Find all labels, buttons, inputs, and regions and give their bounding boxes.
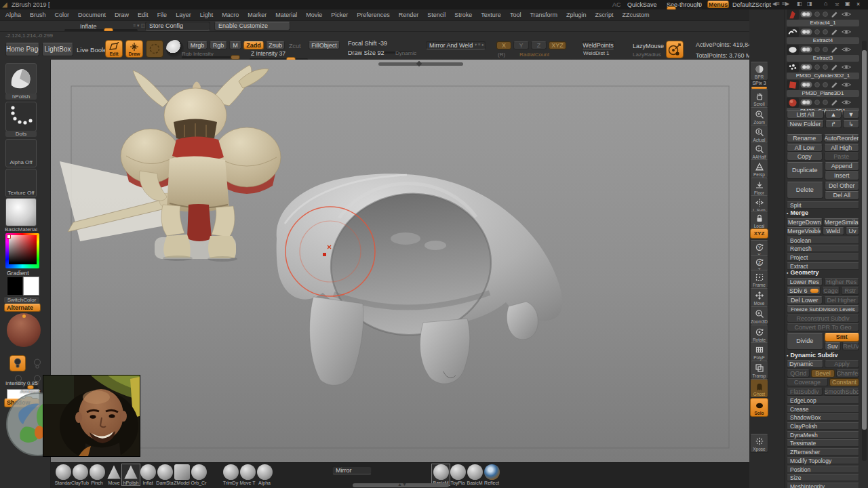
menu-item-light[interactable]: Light xyxy=(200,12,214,18)
shelf-aahalf-button[interactable]: AAHalf xyxy=(750,142,768,161)
geometry-section-position[interactable]: Position xyxy=(787,466,859,473)
mirror-x-button[interactable]: X xyxy=(496,41,511,49)
toggle-circle-icon[interactable] xyxy=(822,98,829,106)
brush-move[interactable]: Move xyxy=(105,464,123,485)
merge-similar-button[interactable]: MergeSimilar xyxy=(824,218,860,226)
subtool-item[interactable]: PM3D_Plane3D1 xyxy=(787,90,859,97)
shelf-rotate-button[interactable]: Rotate xyxy=(750,325,768,344)
del-all-button[interactable]: Del All xyxy=(825,191,860,200)
toggle-circle-icon[interactable] xyxy=(822,45,829,54)
mirror-y-button[interactable]: Y xyxy=(513,41,529,49)
polypaint-pen-icon[interactable] xyxy=(830,80,840,89)
alternate-button[interactable]: Alternate xyxy=(4,304,41,312)
delete-button[interactable]: Delete xyxy=(787,182,823,199)
geometry-section-crease[interactable]: Crease xyxy=(787,405,859,413)
secondary-color-swatch[interactable] xyxy=(23,277,39,296)
lightbox-button[interactable]: LightBox xyxy=(42,43,73,56)
geometry-section-tessimate[interactable]: Tessimate xyxy=(787,439,859,447)
material-toypla[interactable]: ToyPla xyxy=(449,464,467,485)
constant-button[interactable]: Constant xyxy=(829,378,859,386)
subtool-down-button[interactable]: ▼ xyxy=(843,110,859,119)
visibility-pill-icon[interactable] xyxy=(800,45,812,54)
menu-item-brush[interactable]: Brush xyxy=(30,12,46,18)
higher-res-button[interactable]: Higher Res xyxy=(824,278,860,286)
shelf-frame-button[interactable]: Frame xyxy=(750,270,768,289)
insert-button[interactable]: Insert xyxy=(825,171,860,180)
geometry-section-meshintegrity[interactable]: MeshIntegrity xyxy=(787,483,859,488)
material-basicm[interactable]: BasicM xyxy=(466,464,484,485)
polypaint-pen-icon[interactable] xyxy=(830,45,840,54)
brush-hpolish[interactable]: hPolish xyxy=(122,464,140,485)
eye-icon[interactable] xyxy=(841,28,852,36)
del-lower-button[interactable]: Del Lower xyxy=(787,296,823,304)
shelf-local-button[interactable]: Local xyxy=(750,211,768,230)
eye-icon[interactable] xyxy=(841,98,852,106)
shelf-persp-button[interactable]: Persp xyxy=(750,159,768,178)
config-glyph-icons[interactable]: ≡ ▾ ◫ xyxy=(133,23,145,28)
bottom-scrollbar[interactable]: ▲▼ xyxy=(353,483,449,487)
visibility-pill-icon[interactable] xyxy=(800,98,812,106)
menu-item-file[interactable]: File xyxy=(157,12,167,18)
subtool-thumbnail[interactable] xyxy=(787,62,799,73)
menu-item-material[interactable]: Material xyxy=(275,12,297,18)
mrgb-button[interactable]: Mrgb xyxy=(187,41,208,49)
brush-alpha[interactable]: Alpha xyxy=(256,464,273,485)
brush-pinch[interactable]: Pinch xyxy=(88,464,106,485)
shelf-polyf-button[interactable]: PolyF xyxy=(750,342,768,361)
mirror-weld-glyph-icons[interactable]: ▾ ≡ ▸ xyxy=(475,42,484,47)
light-bulb-icon[interactable] xyxy=(9,355,26,371)
panel-scrollbar[interactable] xyxy=(862,41,867,461)
toggle-circle-icon[interactable] xyxy=(814,10,821,18)
menu-item-render[interactable]: Render xyxy=(399,12,419,18)
spix-slider[interactable]: SPix 3 xyxy=(750,79,768,89)
rgb-intensity-slider[interactable] xyxy=(182,56,240,58)
menu-item-draw[interactable]: Draw xyxy=(115,12,129,18)
merge-visible-button[interactable]: MergeVisible xyxy=(787,227,821,235)
move-to-folder-icon[interactable]: ↱ xyxy=(825,120,842,128)
menu-item-transform[interactable]: Transform xyxy=(530,12,557,18)
rgb-button[interactable]: Rgb xyxy=(210,41,227,49)
subtool-thumbnail[interactable] xyxy=(787,45,799,55)
rename-button[interactable]: Rename xyxy=(787,134,823,142)
current-material-thumbnail[interactable] xyxy=(5,198,37,226)
current-brush-thumbnail[interactable] xyxy=(5,63,37,94)
brush-orb-cr[interactable]: Orb_Cr xyxy=(190,464,208,485)
apply-button[interactable]: Apply xyxy=(825,360,859,368)
material-basicm[interactable]: BasicM xyxy=(432,464,450,485)
new-folder-button[interactable]: New Folder xyxy=(787,120,824,128)
copy-button[interactable]: Copy xyxy=(787,152,823,161)
brush-move-t[interactable]: Move T xyxy=(239,464,256,485)
quicksave-button[interactable]: QuickSave xyxy=(627,1,657,8)
convert-bpr-button[interactable]: Convert BPR To Geo xyxy=(787,323,859,331)
menu-item-document[interactable]: Document xyxy=(78,12,106,18)
menus-toggle-button[interactable]: Menus xyxy=(707,1,729,8)
list-all-button[interactable]: List All xyxy=(787,110,824,119)
menu-item-marker[interactable]: Marker xyxy=(248,12,267,18)
subtool-thumbnail[interactable] xyxy=(787,80,799,90)
subtool-up-button[interactable]: ▲ xyxy=(825,110,842,119)
menu-item-alpha[interactable]: Alpha xyxy=(5,12,21,18)
menu-item-stencil[interactable]: Stencil xyxy=(427,12,446,18)
subtool-item[interactable]: Extract3 xyxy=(787,55,859,62)
all-low-button[interactable]: All Low xyxy=(787,144,823,152)
paste-button[interactable]: Paste xyxy=(824,152,860,161)
document-canvas[interactable] xyxy=(51,60,749,462)
minimize-icon[interactable]: ≍ xyxy=(835,1,840,7)
menu-item-layer[interactable]: Layer xyxy=(176,12,191,18)
color-picker[interactable] xyxy=(5,233,39,268)
menu-item-color[interactable]: Color xyxy=(55,12,70,18)
subtool-item[interactable]: Extract4_1 xyxy=(787,20,859,26)
reconstruct-subdiv-button[interactable]: Reconstruct Subdiv xyxy=(787,314,859,323)
smt-button[interactable]: Smt xyxy=(825,333,860,342)
menu-item-zzcustom[interactable]: ZZcustom xyxy=(623,12,650,18)
zadd-button[interactable]: Zadd xyxy=(243,41,264,49)
subtool-thumbnail[interactable] xyxy=(787,9,799,20)
main-color-swatch[interactable] xyxy=(7,277,23,296)
weld-button[interactable]: Weld xyxy=(823,227,844,235)
eye-icon[interactable] xyxy=(841,63,852,71)
sculptris-pro-button[interactable] xyxy=(146,40,163,58)
mirror-button[interactable]: Mirror xyxy=(332,466,372,474)
shelf-bpr-button[interactable]: BPR xyxy=(750,62,768,81)
shelf-move-button[interactable]: Move xyxy=(750,288,768,307)
shelf-xyz-button[interactable]: XYZ xyxy=(750,228,768,239)
